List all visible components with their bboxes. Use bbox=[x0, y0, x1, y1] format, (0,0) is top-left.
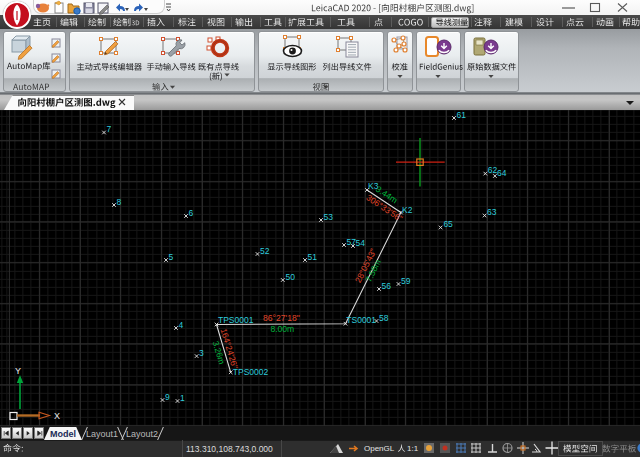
svg-text:8.00m: 8.00m bbox=[270, 324, 294, 334]
svg-text:51: 51 bbox=[308, 252, 318, 262]
svg-text:3: 3 bbox=[199, 348, 204, 358]
svg-text:Y: Y bbox=[15, 366, 21, 376]
svg-text:53: 53 bbox=[324, 212, 334, 222]
svg-text:63: 63 bbox=[487, 207, 497, 217]
svg-text:86°27'18": 86°27'18" bbox=[263, 313, 300, 323]
svg-text:8: 8 bbox=[117, 197, 122, 207]
svg-text:7: 7 bbox=[107, 124, 112, 134]
svg-text:64: 64 bbox=[497, 168, 507, 178]
svg-text:TPS0001: TPS0001 bbox=[218, 315, 254, 325]
svg-text:TPS0002: TPS0002 bbox=[233, 367, 269, 377]
svg-text:4: 4 bbox=[179, 320, 184, 330]
svg-text:1: 1 bbox=[180, 393, 185, 403]
svg-text:5: 5 bbox=[169, 252, 174, 262]
svg-text:52: 52 bbox=[260, 246, 270, 256]
svg-text:X: X bbox=[54, 411, 60, 421]
svg-text:61: 61 bbox=[457, 110, 467, 120]
svg-text:54: 54 bbox=[356, 238, 366, 248]
svg-text:TS0001: TS0001 bbox=[346, 315, 376, 325]
svg-text:9: 9 bbox=[165, 392, 170, 402]
svg-text:50: 50 bbox=[286, 272, 296, 282]
svg-text:56: 56 bbox=[382, 281, 392, 291]
svg-text:65: 65 bbox=[443, 219, 453, 229]
svg-text:59: 59 bbox=[401, 276, 411, 286]
svg-text:6: 6 bbox=[189, 208, 194, 218]
svg-text:58: 58 bbox=[379, 313, 389, 323]
svg-text:62: 62 bbox=[488, 165, 498, 175]
